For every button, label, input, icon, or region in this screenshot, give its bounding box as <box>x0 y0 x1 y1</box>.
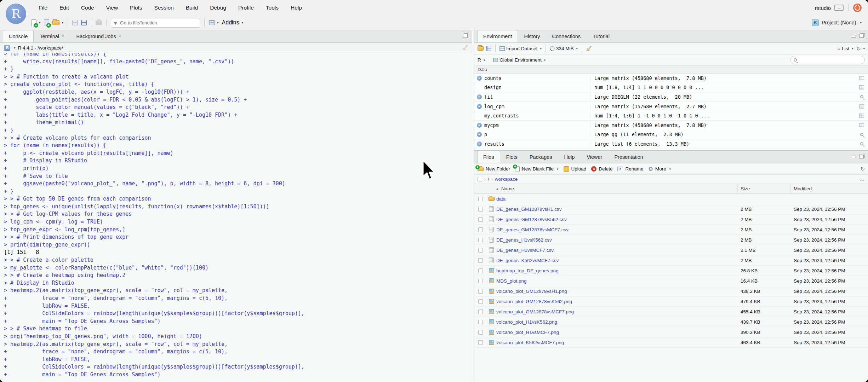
refresh-files-icon[interactable]: ↻ <box>860 166 865 172</box>
environment-object-row[interactable]: ▶log_cpmLarge matrix (157680 elements, 2… <box>474 102 868 111</box>
breadcrumb-item[interactable]: workspace <box>495 176 518 182</box>
expand-arrow-icon[interactable]: ▶ <box>477 123 482 128</box>
file-row[interactable]: volcano_plot_GM12878vsH1.png438.2 KBSep … <box>474 286 868 296</box>
menu-plots[interactable]: Plots <box>124 5 148 11</box>
addins-button[interactable]: Addins▾ <box>222 19 243 26</box>
environment-object-row[interactable]: ▶pLarge gg (11 elements, 2.3 MB) <box>474 130 868 140</box>
panes-layout-button[interactable]: ▾ <box>209 20 219 25</box>
list-view-button[interactable]: ≡List▾ <box>838 46 853 51</box>
file-row[interactable]: volcano_plot_K562vsMCF7.png463.4 KBSep 2… <box>474 337 868 348</box>
expander[interactable]: ▶ <box>474 104 484 109</box>
file-row[interactable]: DE_genes_GM12878vsK562.csv2 MBSep 23, 20… <box>474 214 868 225</box>
view-data-grid-icon[interactable] <box>859 104 864 109</box>
menu-help[interactable]: Help <box>285 5 308 11</box>
file-checkbox[interactable] <box>478 207 483 212</box>
maximize-pane-icon[interactable] <box>859 33 864 38</box>
file-name[interactable]: volcano_plot_GM12878vsMCF7.png <box>496 309 738 314</box>
file-checkbox[interactable] <box>478 330 483 335</box>
file-checkbox[interactable] <box>478 340 483 345</box>
file-checkbox[interactable] <box>478 197 483 201</box>
menu-code[interactable]: Code <box>75 5 100 11</box>
goto-file-function-input[interactable] <box>120 20 191 25</box>
file-checkbox[interactable] <box>478 227 483 232</box>
close-icon[interactable]: × <box>62 34 64 39</box>
inspect-object-icon[interactable] <box>860 133 863 136</box>
select-all-checkbox[interactable] <box>478 177 482 181</box>
file-checkbox[interactable] <box>478 289 483 294</box>
expander[interactable]: ▶ <box>474 132 484 137</box>
file-row[interactable]: volcano_plot_H1vsMCF7.png390.3 KBSep 23,… <box>474 327 868 337</box>
maximize-pane-icon[interactable] <box>859 154 864 158</box>
goto-file-function-box[interactable] <box>111 18 200 28</box>
inspect-object-button[interactable] <box>855 133 868 136</box>
file-name[interactable]: volcano_plot_K562vsMCF7.png <box>496 340 738 345</box>
minimize-pane-icon[interactable] <box>851 154 856 158</box>
file-name[interactable]: DE_genes_H1vsMCF7.csv <box>496 248 738 253</box>
file-name[interactable]: data <box>496 196 738 202</box>
environment-object-row[interactable]: ▶countsLarge matrix (458680 elements, 7.… <box>474 74 868 83</box>
maximize-pane-icon[interactable] <box>463 33 468 38</box>
expand-arrow-icon[interactable]: ▶ <box>477 141 482 146</box>
environment-search-box[interactable] <box>790 56 865 64</box>
environment-object-row[interactable]: ▶resultsLarge list (6 elements, 13.3 MB) <box>474 139 868 149</box>
file-row[interactable]: heatmap_top_DE_genes.png26.8 KBSep 23, 2… <box>474 266 868 276</box>
file-name[interactable]: DE_genes_H1vsK562.csv <box>496 237 738 243</box>
save-all-button[interactable] <box>81 20 87 25</box>
tab-help[interactable]: Help <box>558 151 581 163</box>
inspect-object-button[interactable] <box>855 142 868 145</box>
expand-arrow-icon[interactable]: ▶ <box>477 104 482 109</box>
tab-tutorial[interactable]: Tutorial <box>587 30 616 42</box>
tab-background-jobs[interactable]: Background Jobs× <box>70 30 127 42</box>
environment-object-row[interactable]: my.contrastsnum [1:4, 1:6] 1 -1 0 0 1 0 … <box>474 111 868 121</box>
file-row[interactable]: volcano_plot_GM12878vsMCF7.png455.4 KBSe… <box>474 307 868 317</box>
column-modified[interactable]: Modified <box>791 184 868 193</box>
save-button[interactable] <box>72 20 78 25</box>
expand-arrow-icon[interactable]: ▶ <box>477 94 482 99</box>
refresh-environment-button[interactable]: ↻▾ <box>856 46 865 51</box>
file-row[interactable]: DE_genes_K562vsMCF7.csv2 MBSep 23, 2024,… <box>474 255 868 266</box>
file-row[interactable]: DE_genes_H1vsMCF7.csv2.1 MBSep 23, 2024,… <box>474 245 868 255</box>
view-data-grid-icon[interactable] <box>859 85 864 89</box>
rename-button[interactable]: aRename <box>617 166 643 172</box>
environment-object-row[interactable]: ▶mycpmLarge matrix (458680 elements, 7.8… <box>474 121 868 130</box>
tab-files[interactable]: Files <box>477 151 500 163</box>
file-checkbox[interactable] <box>478 248 483 253</box>
tab-console[interactable]: Console <box>3 30 34 42</box>
file-row[interactable]: volcano_plot_GM12878vsK562.png479.4 KBSe… <box>474 296 868 307</box>
file-name[interactable]: volcano_plot_H1vsK562.png <box>496 319 738 325</box>
breadcrumb-more-button[interactable]: ... <box>860 176 865 182</box>
environment-selector[interactable]: Global Environment▾ <box>493 57 546 63</box>
sign-out-icon[interactable]: → <box>834 5 844 11</box>
inspect-object-icon[interactable] <box>860 142 863 145</box>
close-icon[interactable]: × <box>119 34 121 39</box>
tab-packages[interactable]: Packages <box>524 151 558 163</box>
project-menu-button[interactable]: R Project: (None) ▾ <box>812 16 862 30</box>
expander[interactable]: ▶ <box>474 123 484 128</box>
tab-plots[interactable]: Plots <box>500 151 524 163</box>
file-name[interactable]: volcano_plot_H1vsMCF7.png <box>496 330 738 335</box>
new-file-button[interactable]: +▾ <box>31 19 41 26</box>
file-row[interactable]: MDS_plot.png16.4 KBSep 23, 2024, 12:56 P… <box>474 276 868 286</box>
breadcrumb-item[interactable]: / <box>488 176 489 182</box>
file-checkbox[interactable] <box>478 268 483 273</box>
column-name[interactable]: ▲Name <box>474 184 738 193</box>
menu-view[interactable]: View <box>100 5 124 11</box>
menu-debug[interactable]: Debug <box>204 5 232 11</box>
new-blank-file-button[interactable]: +New Blank File▾ <box>515 166 559 172</box>
view-data-grid-icon[interactable] <box>859 114 864 118</box>
tab-environment[interactable]: Environment <box>477 30 518 42</box>
tab-connections[interactable]: Connections <box>546 30 587 42</box>
expand-arrow-icon[interactable]: ▶ <box>477 76 482 81</box>
upload-button[interactable]: ↑Upload <box>564 166 587 172</box>
expander[interactable]: ▶ <box>474 141 484 146</box>
file-row[interactable]: DE_genes_H1vsK562.csv2 MBSep 23, 2024, 1… <box>474 235 868 245</box>
memory-usage-button[interactable]: 334 MiB▾ <box>550 46 578 51</box>
file-checkbox[interactable] <box>478 238 483 242</box>
view-data-grid-icon[interactable] <box>859 123 864 127</box>
open-file-button[interactable]: ▾ <box>52 20 64 25</box>
file-name[interactable]: volcano_plot_GM12878vsH1.png <box>496 289 738 294</box>
environment-object-row[interactable]: designnum [1:8, 1:4] 1 1 0 0 0 0 0 0 0 0… <box>474 83 868 93</box>
more-button[interactable]: ⚙More▾ <box>648 166 671 172</box>
new-folder-button[interactable]: +New Folder <box>478 166 510 172</box>
view-data-button[interactable] <box>855 76 868 80</box>
